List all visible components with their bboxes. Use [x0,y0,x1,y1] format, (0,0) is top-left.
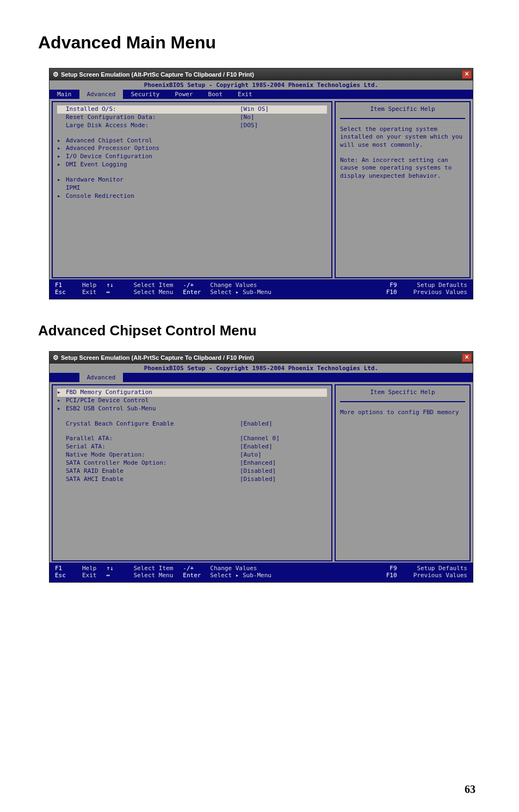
bios-tab-exit[interactable]: Exit [230,90,260,99]
bios-window-2: ⚙ Setup Screen Emulation (Alt-PrtSc Capt… [49,351,473,583]
setting-label: Advanced Chipset Control [66,137,327,145]
bios-tab-security[interactable]: Security [123,90,167,99]
bios-setting-row[interactable]: Installed O/S:[Win OS] [57,105,327,114]
submenu-arrow-icon: ▸ [57,153,66,161]
submenu-arrow-icon [57,122,66,130]
bios-setting-row[interactable]: SATA AHCI Enable[Disabled] [57,476,327,484]
bios-setting-row[interactable]: SATA RAID Enable[Disabled] [57,467,327,476]
bios-tab-boot[interactable]: Boot [201,90,231,99]
setting-value[interactable]: [No] [240,114,327,122]
bios-window-1: ⚙ Setup Screen Emulation (Alt-PrtSc Capt… [49,68,473,299]
setting-label: Serial ATA: [66,443,240,451]
setting-value[interactable]: [Enabled] [240,443,327,451]
bios-setting-row[interactable]: SATA Controller Mode Option:[Enhanced] [57,459,327,467]
submenu-arrow-icon [57,443,66,451]
key-minusplus: -/+ [183,282,205,289]
setting-label: IPMI [66,184,327,192]
bios-setting-row[interactable]: ▸Advanced Processor Options [57,145,327,153]
setting-label: Native Mode Operation: [66,451,240,459]
bios-tab-main[interactable]: Main [50,90,79,99]
bios-setting-row[interactable]: ▸PCI/PCIe Device Control [57,397,327,405]
setting-label: Hardware Monitor [66,176,327,184]
bios-setting-row[interactable]: IPMI [57,184,327,192]
key-f10: F10 [386,572,408,579]
bios-footer: F1Help↑↓Select Item-/+Change ValuesF9Set… [50,563,473,582]
bios-setting-row[interactable]: ▸ESB2 USB Control Sub-Menu [57,405,327,413]
submenu-arrow-icon [57,451,66,459]
setting-value[interactable]: [Enabled] [240,420,327,428]
close-icon[interactable]: × [462,353,472,362]
hint-change-values: Change Values [210,282,257,289]
gear-icon: ⚙ [53,71,59,78]
hint-previous-values: Previous Values [413,572,467,579]
bios-setting-row[interactable]: ▸I/O Device Configuration [57,153,327,161]
submenu-arrow-icon: ▸ [57,137,66,145]
bios-setting-row[interactable]: ▸FBD Memory Configuration [57,389,327,397]
hint-select-item: Select Item [134,282,174,289]
hint-select-item: Select Item [134,565,174,572]
bios-setting-row[interactable]: Large Disk Access Mode:[DOS] [57,122,327,130]
hint-help: Help [82,565,97,572]
hint-exit: Exit [82,289,97,296]
bios-menubar: MainAdvancedSecurityPowerBootExit [50,90,473,99]
submenu-arrow-icon [57,435,66,443]
setting-label: SATA RAID Enable [66,467,240,476]
key-enter: Enter [183,572,205,579]
hint-select-menu: Select Menu [134,289,174,296]
close-icon[interactable]: × [462,70,472,79]
page-subtitle: Advanced Chipset Control Menu [38,322,481,339]
key-f10: F10 [386,289,408,296]
hint-setup-defaults: Setup Defaults [417,565,467,572]
key-f1: F1 [55,565,77,572]
setting-value[interactable]: [Disabled] [240,467,327,476]
bios-setting-row[interactable]: Reset Configuration Data:[No] [57,114,327,122]
bios-setting-row[interactable]: Crystal Beach Configure Enable[Enabled] [57,420,327,428]
bios-setting-row[interactable]: Native Mode Operation:[Auto] [57,451,327,459]
submenu-arrow-icon: ▸ [57,161,66,169]
setting-value[interactable]: [DOS] [240,122,327,130]
bios-setting-row[interactable]: ▸Console Redirection [57,192,327,201]
submenu-arrow-icon: ▸ [57,397,66,405]
help-body: More options to config FBD memory [340,409,465,416]
bios-menubar: MainAdvanced [50,373,473,382]
hint-select-sub: Select ▸ Sub-Menu [210,289,271,296]
bios-help-pane: Item Specific Help Select the operating … [335,101,471,278]
page-title: Advanced Main Menu [38,33,481,53]
bios-setting-row[interactable]: ▸Advanced Chipset Control [57,137,327,145]
setting-value[interactable]: [Enhanced] [240,459,327,467]
setting-label: Parallel ATA: [66,435,240,443]
key-f9: F9 [390,282,411,289]
bios-setting-row[interactable]: ▸Hardware Monitor [57,176,327,184]
submenu-arrow-icon: ▸ [57,405,66,413]
key-esc: Esc [55,572,77,579]
bios-tab-advanced[interactable]: Advanced [79,90,123,99]
setting-label: ESB2 USB Control Sub-Menu [66,405,327,413]
setting-value[interactable]: [Channel 0] [240,435,327,443]
page-number: 63 [465,783,475,796]
key-updown: ↑↓ [107,282,128,289]
submenu-arrow-icon [57,114,66,122]
setting-label: Large Disk Access Mode: [66,122,240,130]
setting-label: SATA Controller Mode Option: [66,459,240,467]
bios-tab-power[interactable]: Power [167,90,200,99]
setting-value[interactable]: [Auto] [240,451,327,459]
setting-value[interactable]: [Disabled] [240,476,327,484]
bios-tab-advanced[interactable]: Advanced [79,373,123,382]
window-titlebar: ⚙ Setup Screen Emulation (Alt-PrtSc Capt… [50,352,473,364]
bios-setting-row[interactable]: Serial ATA:[Enabled] [57,443,327,451]
window-titlebar: ⚙ Setup Screen Emulation (Alt-PrtSc Capt… [50,68,473,80]
setting-value[interactable]: [Win OS] [240,105,327,114]
setting-label: FBD Memory Configuration [66,389,327,397]
bios-setting-row[interactable]: Parallel ATA:[Channel 0] [57,435,327,443]
submenu-arrow-icon: ▸ [57,192,66,201]
submenu-arrow-icon [57,105,66,114]
bios-copyright: PhoenixBIOS Setup - Copyright 1985-2004 … [50,80,473,90]
hint-select-menu: Select Menu [134,572,174,579]
gear-icon: ⚙ [53,354,59,361]
submenu-arrow-icon [57,476,66,484]
help-title: Item Specific Help [340,105,465,119]
bios-setting-row[interactable]: ▸DMI Event Logging [57,161,327,169]
hint-previous-values: Previous Values [413,289,467,296]
hint-help: Help [82,282,97,289]
key-leftright: ↔ [107,289,128,296]
